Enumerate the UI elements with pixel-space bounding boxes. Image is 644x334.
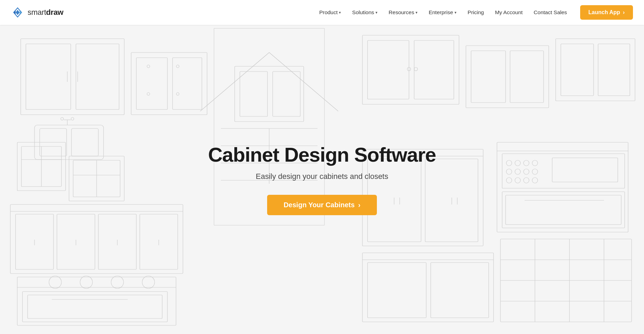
svg-rect-58 xyxy=(598,44,630,96)
svg-rect-41 xyxy=(240,71,267,116)
svg-rect-89 xyxy=(431,263,489,318)
svg-rect-97 xyxy=(35,125,104,160)
svg-rect-53 xyxy=(466,46,549,108)
svg-point-74 xyxy=(506,178,512,183)
chevron-down-icon: ▾ xyxy=(375,10,378,15)
chevron-down-icon: ▾ xyxy=(416,10,418,15)
hero-title: Cabinet Design Software xyxy=(208,144,436,166)
svg-rect-90 xyxy=(500,239,632,322)
svg-rect-8 xyxy=(173,58,202,109)
svg-rect-84 xyxy=(506,195,621,225)
svg-point-102 xyxy=(71,117,74,120)
svg-rect-26 xyxy=(140,214,178,269)
svg-rect-98 xyxy=(40,128,67,156)
svg-point-81 xyxy=(532,160,538,166)
svg-rect-55 xyxy=(510,51,544,103)
nav-item-resources[interactable]: Resources ▾ xyxy=(384,7,422,18)
svg-rect-86 xyxy=(362,253,494,322)
svg-rect-21 xyxy=(10,204,183,274)
svg-rect-23 xyxy=(16,214,53,269)
svg-point-76 xyxy=(515,169,520,174)
svg-rect-24 xyxy=(57,214,95,269)
nav-item-contact-sales[interactable]: Contact Sales xyxy=(529,7,572,18)
svg-rect-49 xyxy=(368,40,409,99)
chevron-down-icon: ▾ xyxy=(339,10,341,15)
chevron-down-icon: ▾ xyxy=(455,10,457,15)
nav-item-pricing[interactable]: Pricing xyxy=(463,7,489,18)
svg-point-51 xyxy=(407,67,411,71)
nav-item-product[interactable]: Product ▾ xyxy=(314,7,346,18)
svg-rect-69 xyxy=(502,154,625,188)
svg-point-35 xyxy=(111,276,124,288)
svg-rect-25 xyxy=(98,214,136,269)
svg-point-80 xyxy=(524,178,529,183)
svg-point-73 xyxy=(506,169,512,174)
svg-point-103 xyxy=(61,117,64,120)
logo-icon xyxy=(11,6,24,19)
svg-rect-6 xyxy=(131,53,207,115)
svg-point-12 xyxy=(176,93,179,95)
svg-point-9 xyxy=(147,65,150,68)
svg-point-36 xyxy=(142,276,155,288)
svg-rect-48 xyxy=(362,35,459,104)
svg-rect-57 xyxy=(561,44,594,96)
svg-point-33 xyxy=(49,276,61,288)
svg-rect-31 xyxy=(17,277,176,325)
svg-point-75 xyxy=(515,160,520,166)
svg-rect-7 xyxy=(136,58,167,109)
svg-rect-2 xyxy=(26,44,71,109)
navbar: smartdraw Product ▾ Solutions ▾ Resource… xyxy=(0,0,644,25)
nav-item-enterprise[interactable]: Enterprise ▾ xyxy=(424,7,461,18)
svg-point-72 xyxy=(506,160,512,166)
svg-rect-99 xyxy=(71,128,98,156)
svg-rect-70 xyxy=(502,192,625,228)
hero-content: Cabinet Design Software Easily design yo… xyxy=(208,144,436,215)
nav-item-my-account[interactable]: My Account xyxy=(490,7,527,18)
svg-point-79 xyxy=(524,169,529,174)
svg-point-83 xyxy=(532,178,538,183)
svg-point-77 xyxy=(515,178,520,183)
svg-point-82 xyxy=(532,169,538,174)
launch-app-button[interactable]: Launch App › xyxy=(580,5,633,20)
svg-rect-14 xyxy=(21,146,61,187)
svg-rect-3 xyxy=(76,44,119,109)
svg-rect-17 xyxy=(69,156,124,201)
svg-rect-71 xyxy=(552,158,618,182)
svg-rect-1 xyxy=(21,39,124,115)
svg-rect-54 xyxy=(471,51,506,103)
arrow-icon: › xyxy=(358,201,361,209)
nav-item-solutions[interactable]: Solutions ▾ xyxy=(347,7,382,18)
svg-rect-67 xyxy=(497,142,628,232)
svg-point-11 xyxy=(176,65,179,68)
svg-point-10 xyxy=(147,93,150,95)
svg-rect-38 xyxy=(28,295,162,318)
svg-rect-18 xyxy=(73,160,120,197)
svg-rect-50 xyxy=(414,40,454,99)
logo[interactable]: smartdraw xyxy=(11,6,64,19)
hero-section: Cabinet Design Software Easily design yo… xyxy=(0,25,644,334)
svg-rect-40 xyxy=(235,66,304,122)
svg-rect-56 xyxy=(556,39,635,101)
svg-point-78 xyxy=(524,160,529,166)
svg-rect-37 xyxy=(22,292,167,322)
arrow-icon: › xyxy=(623,9,625,16)
nav-links: Product ▾ Solutions ▾ Resources ▾ Enterp… xyxy=(314,7,572,18)
svg-rect-42 xyxy=(273,71,300,116)
svg-point-34 xyxy=(80,276,92,288)
logo-text: smartdraw xyxy=(28,8,64,17)
hero-subtitle: Easily design your cabinets and closets xyxy=(208,172,436,181)
design-cabinets-button[interactable]: Design Your Cabinets › xyxy=(267,195,377,215)
svg-rect-13 xyxy=(17,142,66,191)
svg-point-52 xyxy=(414,67,418,71)
svg-rect-88 xyxy=(368,263,426,318)
